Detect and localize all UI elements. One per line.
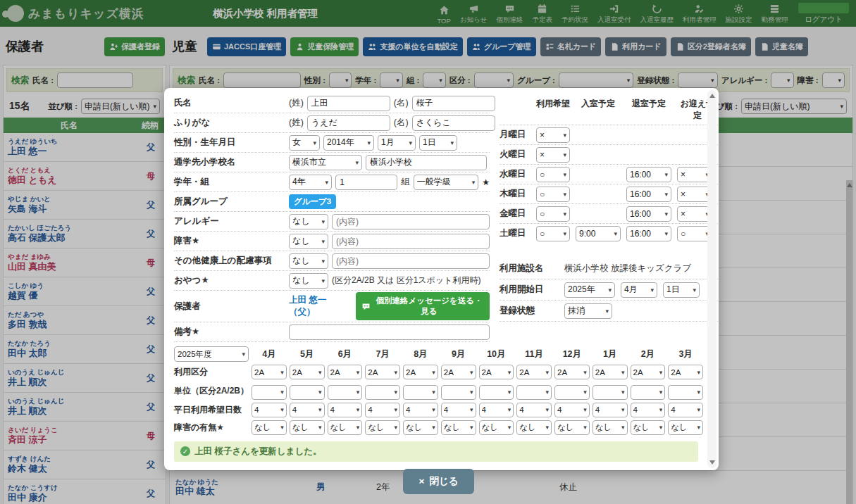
- start-year-select[interactable]: 2025年: [564, 282, 615, 298]
- send-message-button[interactable]: 個別連絡メッセージを送る・見る: [356, 292, 490, 320]
- required-star: ★: [482, 177, 490, 187]
- unit-select[interactable]: [593, 385, 628, 400]
- disability-flag-select[interactable]: なし: [252, 420, 287, 435]
- guardian-link[interactable]: 上田 悠一（父）: [289, 294, 347, 318]
- check-icon: ✓: [180, 446, 190, 456]
- wish-select[interactable]: ×: [536, 147, 570, 163]
- disability-flag-select[interactable]: なし: [554, 420, 590, 435]
- disability-flag-select[interactable]: なし: [516, 420, 552, 435]
- unit-select[interactable]: [290, 385, 325, 400]
- unit-select[interactable]: [668, 385, 703, 400]
- scroll-down-arrow[interactable]: [709, 460, 715, 465]
- category-select[interactable]: 2A: [403, 365, 438, 379]
- weekday-usage-days-select[interactable]: 4: [593, 403, 628, 417]
- school-name-input[interactable]: [366, 155, 487, 170]
- disability-flag-select[interactable]: なし: [290, 420, 325, 435]
- close-button[interactable]: × 閉じる: [403, 469, 473, 494]
- weekday-usage-days-select[interactable]: 4: [668, 403, 703, 417]
- unit-select[interactable]: [554, 385, 590, 400]
- disability-detail-input[interactable]: [332, 234, 490, 249]
- start-month-select[interactable]: 4月: [621, 282, 657, 298]
- disability-flag-select[interactable]: なし: [403, 420, 438, 435]
- weekday-label: 金曜日: [500, 208, 531, 220]
- category-select[interactable]: 2A: [631, 365, 666, 379]
- category-select[interactable]: 2A: [290, 365, 325, 379]
- weekday-usage-days-select[interactable]: 4: [516, 403, 552, 417]
- weekday-usage-days-select[interactable]: 4: [403, 403, 438, 417]
- field-label: 性別・生年月日: [174, 137, 285, 149]
- unit-select[interactable]: [441, 385, 476, 400]
- birth-year-select[interactable]: 2014年: [323, 135, 374, 151]
- disability-flag-select[interactable]: なし: [365, 420, 400, 435]
- class-type-select[interactable]: 一般学級: [414, 175, 479, 190]
- unit-select[interactable]: [479, 385, 514, 400]
- other-health-detail-input[interactable]: [332, 253, 490, 269]
- category-select[interactable]: 2A: [328, 365, 363, 379]
- weekday-usage-days-select[interactable]: 4: [554, 403, 590, 417]
- weekday-usage-days-select[interactable]: 4: [441, 403, 476, 417]
- unit-select[interactable]: [365, 385, 400, 400]
- weekday-row: 金曜日 ○ 16:00 ×: [500, 203, 718, 223]
- class-number-input[interactable]: [335, 175, 397, 190]
- unit-select[interactable]: [631, 385, 666, 400]
- weekday-usage-days-select[interactable]: 4: [365, 403, 400, 417]
- birth-day-select[interactable]: 1日: [419, 135, 457, 151]
- weekday-row: 木曜日 ○ 16:00 ×: [500, 184, 718, 203]
- sex-select[interactable]: 女: [289, 135, 320, 151]
- fiscal-year-select[interactable]: 2025年度: [174, 346, 249, 362]
- unit-select[interactable]: [328, 385, 363, 400]
- remarks-input[interactable]: [289, 325, 490, 340]
- allergy-select[interactable]: なし: [289, 214, 328, 229]
- field-label: 障害★: [174, 235, 285, 247]
- category-select[interactable]: 2A: [252, 365, 287, 379]
- category-select[interactable]: 2A: [365, 365, 400, 379]
- snack-select[interactable]: なし: [289, 273, 328, 289]
- chat-icon: [361, 302, 371, 311]
- start-day-select[interactable]: 1日: [663, 282, 700, 298]
- exit-time-select[interactable]: 16:00: [626, 226, 671, 241]
- grade-select[interactable]: 4年: [289, 175, 332, 190]
- school-city-select[interactable]: 横浜市立: [289, 155, 362, 170]
- category-select[interactable]: 2A: [516, 365, 552, 379]
- disability-flag-select[interactable]: なし: [593, 420, 628, 435]
- surname-input[interactable]: [307, 96, 390, 111]
- category-select[interactable]: 2A: [441, 365, 476, 379]
- category-select[interactable]: 2A: [593, 365, 628, 379]
- unit-select[interactable]: [252, 385, 287, 400]
- disability-select[interactable]: なし: [289, 234, 328, 249]
- category-select[interactable]: 2A: [554, 365, 590, 379]
- wish-select[interactable]: ○: [536, 206, 570, 222]
- unit-select[interactable]: [516, 385, 552, 400]
- given-name-kana-input[interactable]: [412, 115, 495, 131]
- surname-kana-input[interactable]: [307, 115, 390, 131]
- wish-select[interactable]: ○: [536, 167, 570, 182]
- disability-flag-select[interactable]: なし: [328, 420, 363, 435]
- entry-time-select[interactable]: 9:00: [576, 226, 621, 241]
- given-name-input[interactable]: [412, 96, 495, 111]
- weekday-usage-days-select[interactable]: 4: [290, 403, 325, 417]
- scroll-up-arrow[interactable]: [709, 94, 715, 98]
- category-select[interactable]: 2A: [479, 365, 514, 379]
- weekday-usage-days-select[interactable]: 4: [328, 403, 363, 417]
- category-select[interactable]: 2A: [668, 365, 703, 379]
- disability-flag-select[interactable]: なし: [441, 420, 476, 435]
- disability-flag-select[interactable]: なし: [631, 420, 666, 435]
- modal-scrollbar[interactable]: [707, 90, 717, 468]
- weekday-usage-days-select[interactable]: 4: [479, 403, 514, 417]
- exit-time-select[interactable]: 16:00: [626, 206, 671, 222]
- group-badge[interactable]: グループ3: [289, 194, 336, 209]
- exit-time-select[interactable]: 16:00: [626, 187, 671, 202]
- other-health-select[interactable]: なし: [289, 253, 328, 269]
- wish-select[interactable]: ○: [536, 187, 570, 202]
- unit-select[interactable]: [403, 385, 438, 400]
- exit-time-select[interactable]: 16:00: [626, 167, 671, 182]
- weekday-usage-days-select[interactable]: 4: [252, 403, 287, 417]
- wish-select[interactable]: ○: [536, 226, 570, 241]
- wish-select[interactable]: ×: [536, 127, 570, 143]
- weekday-usage-days-select[interactable]: 4: [631, 403, 666, 417]
- birth-month-select[interactable]: 1月: [378, 135, 416, 151]
- allergy-detail-input[interactable]: [332, 214, 490, 229]
- disability-flag-select[interactable]: なし: [479, 420, 514, 435]
- registration-status-select[interactable]: 抹消: [564, 303, 612, 319]
- disability-flag-select[interactable]: なし: [668, 420, 703, 435]
